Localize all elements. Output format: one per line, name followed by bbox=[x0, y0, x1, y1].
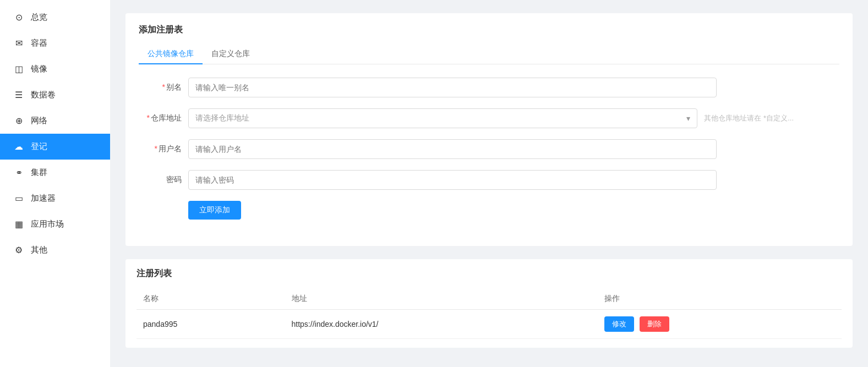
table-row: panda995 https://index.docker.io/v1/ 修改 … bbox=[137, 310, 842, 339]
sidebar-item-label: 其他 bbox=[31, 245, 47, 255]
col-name: 名称 bbox=[137, 288, 285, 310]
warehouse-row: *仓库地址 请选择仓库地址 ▾ 其他仓库地址请在 *自定义... bbox=[139, 108, 839, 128]
form-title: 添加注册表 bbox=[139, 24, 839, 36]
table-title: 注册列表 bbox=[137, 268, 842, 280]
cluster-icon: ⚭ bbox=[13, 167, 24, 178]
cell-name: panda995 bbox=[137, 310, 285, 339]
main-content: 添加注册表 公共镜像仓库 自定义仓库 *别名 *仓库地址 请选择仓库地址 ▾ 其… bbox=[110, 0, 868, 367]
submit-row: 立即添加 bbox=[139, 201, 839, 220]
tab-custom[interactable]: 自定义仓库 bbox=[203, 45, 259, 64]
col-address: 地址 bbox=[285, 288, 598, 310]
sidebar-item-registry[interactable]: ☁登记 bbox=[0, 134, 110, 160]
volume-icon: ☰ bbox=[13, 90, 24, 100]
sidebar-item-accelerator[interactable]: ▭加速器 bbox=[0, 185, 110, 211]
cell-actions: 修改 删除 bbox=[598, 310, 842, 339]
registry-icon: ☁ bbox=[13, 141, 24, 152]
warehouse-select-wrapper: 请选择仓库地址 ▾ 其他仓库地址请在 *自定义... bbox=[188, 108, 794, 128]
sidebar-item-appmarket[interactable]: ▦应用市场 bbox=[0, 211, 110, 237]
warehouse-required-mark: * bbox=[147, 113, 150, 122]
username-required-mark: * bbox=[155, 144, 157, 153]
other-icon: ⚙ bbox=[13, 245, 24, 255]
image-icon: ◫ bbox=[13, 64, 24, 74]
password-label: 密码 bbox=[139, 175, 188, 185]
sidebar-item-label: 容器 bbox=[31, 38, 47, 48]
registry-list-container: 注册列表 名称 地址 操作 panda995 https://index.doc… bbox=[125, 259, 853, 348]
username-label: *用户名 bbox=[139, 144, 188, 154]
table-header: 名称 地址 操作 bbox=[137, 288, 842, 310]
sidebar: ⊙总览✉容器◫镜像☰数据卷⊕网络☁登记⚭集群▭加速器▦应用市场⚙其他 bbox=[0, 0, 110, 367]
chevron-down-icon: ▾ bbox=[686, 114, 690, 123]
delete-button[interactable]: 删除 bbox=[640, 316, 669, 332]
accelerator-icon: ▭ bbox=[13, 193, 24, 204]
warehouse-select[interactable]: 请选择仓库地址 ▾ bbox=[188, 108, 697, 128]
submit-button[interactable]: 立即添加 bbox=[188, 201, 241, 220]
sidebar-item-label: 应用市场 bbox=[31, 219, 64, 229]
registry-table: 名称 地址 操作 panda995 https://index.docker.i… bbox=[137, 288, 842, 339]
sidebar-item-network[interactable]: ⊕网络 bbox=[0, 108, 110, 134]
sidebar-item-cluster[interactable]: ⚭集群 bbox=[0, 160, 110, 185]
sidebar-item-label: 数据卷 bbox=[31, 90, 56, 100]
alias-required-mark: * bbox=[162, 83, 165, 91]
appmarket-icon: ▦ bbox=[13, 219, 24, 229]
warehouse-placeholder: 请选择仓库地址 bbox=[195, 113, 249, 123]
username-row: *用户名 bbox=[139, 139, 839, 159]
alias-label: *别名 bbox=[139, 83, 188, 92]
sidebar-item-label: 集群 bbox=[31, 167, 47, 178]
col-actions: 操作 bbox=[598, 288, 842, 310]
sidebar-item-image[interactable]: ◫镜像 bbox=[0, 56, 110, 82]
cell-address: https://index.docker.io/v1/ bbox=[285, 310, 598, 339]
sidebar-item-container[interactable]: ✉容器 bbox=[0, 30, 110, 56]
table-body: panda995 https://index.docker.io/v1/ 修改 … bbox=[137, 310, 842, 339]
overview-icon: ⊙ bbox=[13, 12, 24, 23]
password-input[interactable] bbox=[188, 170, 717, 190]
tab-public[interactable]: 公共镜像仓库 bbox=[139, 45, 203, 64]
edit-button[interactable]: 修改 bbox=[604, 316, 634, 332]
network-icon: ⊕ bbox=[13, 116, 24, 126]
sidebar-item-other[interactable]: ⚙其他 bbox=[0, 237, 110, 263]
password-row: 密码 bbox=[139, 170, 839, 190]
warehouse-hint: 其他仓库地址请在 *自定义... bbox=[704, 113, 794, 123]
sidebar-item-label: 网络 bbox=[31, 116, 47, 126]
alias-input[interactable] bbox=[188, 78, 717, 97]
sidebar-item-volume[interactable]: ☰数据卷 bbox=[0, 82, 110, 108]
alias-row: *别名 bbox=[139, 78, 839, 97]
username-input[interactable] bbox=[188, 139, 717, 159]
sidebar-item-overview[interactable]: ⊙总览 bbox=[0, 4, 110, 30]
add-registry-card: 添加注册表 公共镜像仓库 自定义仓库 *别名 *仓库地址 请选择仓库地址 ▾ 其… bbox=[125, 13, 853, 246]
container-icon: ✉ bbox=[13, 38, 24, 48]
warehouse-label: *仓库地址 bbox=[139, 113, 188, 123]
sidebar-item-label: 镜像 bbox=[31, 64, 47, 74]
sidebar-item-label: 加速器 bbox=[31, 193, 56, 204]
registry-tabs: 公共镜像仓库 自定义仓库 bbox=[139, 45, 839, 64]
sidebar-item-label: 登记 bbox=[31, 141, 47, 152]
sidebar-item-label: 总览 bbox=[31, 12, 47, 23]
